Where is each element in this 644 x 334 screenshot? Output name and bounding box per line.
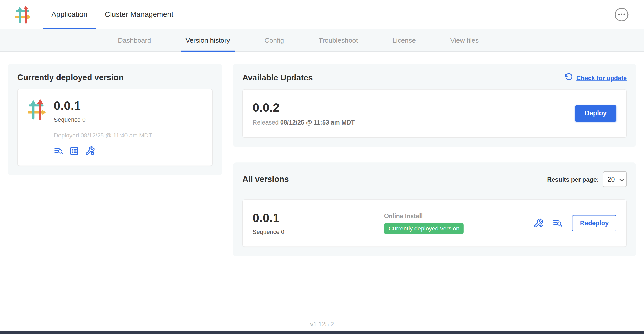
currently-deployed-badge: Currently deployed version <box>384 223 464 234</box>
check-for-update: Check for update <box>565 73 627 83</box>
tab-troubleshoot[interactable]: Troubleshoot <box>314 29 363 51</box>
update-released-line: Released08/12/25 @ 11:53 am MDT <box>253 119 355 126</box>
deployment-logs-icon[interactable] <box>54 146 63 155</box>
available-updates-panel: Available Updates Check for update <box>233 64 636 147</box>
refresh-icon[interactable] <box>565 73 573 83</box>
preflight-checks-icon[interactable] <box>69 146 79 155</box>
main-tabs: Application Cluster Management <box>43 0 182 29</box>
update-version-number: 0.0.2 <box>253 101 355 115</box>
app-subnav: Dashboard Version history Config Trouble… <box>0 29 644 52</box>
edit-config-icon[interactable] <box>534 218 544 228</box>
current-version-card: 0.0.1 Sequence 0 Deployed 08/12/25 @ 11:… <box>17 89 213 166</box>
page-size-select[interactable]: 20 <box>603 171 627 187</box>
screen: Application Cluster Management Dashboard… <box>0 0 644 334</box>
redeploy-button[interactable]: Redeploy <box>572 215 616 231</box>
tab-application[interactable]: Application <box>43 0 96 29</box>
available-update-card: 0.0.2 Released08/12/25 @ 11:53 am MDT De… <box>242 89 627 138</box>
ellipsis-icon <box>618 14 620 15</box>
available-updates-title: Available Updates <box>242 73 313 82</box>
results-per-page: Results per page: 20 <box>547 171 627 187</box>
app-logo-icon <box>15 5 31 23</box>
check-for-update-link[interactable]: Check for update <box>576 74 627 81</box>
console-build-version: v1.125.2 <box>0 321 644 328</box>
tab-dashboard[interactable]: Dashboard <box>113 29 156 51</box>
update-released-date: 08/12/25 @ 11:53 am MDT <box>280 119 355 126</box>
current-version-deployed-date: Deployed 08/12/25 @ 11:40 am MDT <box>54 132 152 138</box>
all-versions-panel: All versions Results per page: 20 <box>233 162 636 256</box>
tab-view-files[interactable]: View files <box>445 29 484 51</box>
all-versions-title: All versions <box>242 174 289 184</box>
tab-version-history[interactable]: Version history <box>181 29 235 51</box>
version-row: 0.0.1 Sequence 0 Online Install Currentl… <box>242 199 627 247</box>
current-version-title: Currently deployed version <box>17 73 213 82</box>
edit-config-icon[interactable] <box>85 146 95 156</box>
row-version-sequence: Sequence 0 <box>253 229 384 235</box>
tab-config[interactable]: Config <box>260 29 289 51</box>
tab-license[interactable]: License <box>388 29 421 51</box>
row-version-number: 0.0.1 <box>253 211 384 225</box>
current-version-panel: Currently deployed version <box>8 64 222 175</box>
install-type-label: Online Install <box>384 212 534 219</box>
current-version-sequence: Sequence 0 <box>54 116 152 123</box>
top-header: Application Cluster Management <box>0 0 644 29</box>
more-options-button[interactable] <box>615 8 629 21</box>
tab-cluster-management[interactable]: Cluster Management <box>96 0 182 29</box>
app-logo-icon <box>28 99 46 156</box>
main-content: Currently deployed version <box>0 52 644 256</box>
version-row-actions: Redeploy <box>534 215 616 231</box>
results-per-page-label: Results per page: <box>547 176 599 183</box>
current-version-actions <box>54 146 152 156</box>
deployment-logs-icon[interactable] <box>553 218 563 228</box>
current-version-number: 0.0.1 <box>54 99 152 113</box>
footer-bar <box>0 331 644 334</box>
admin-console: Application Cluster Management Dashboard… <box>0 0 644 334</box>
deploy-button[interactable]: Deploy <box>575 105 616 122</box>
